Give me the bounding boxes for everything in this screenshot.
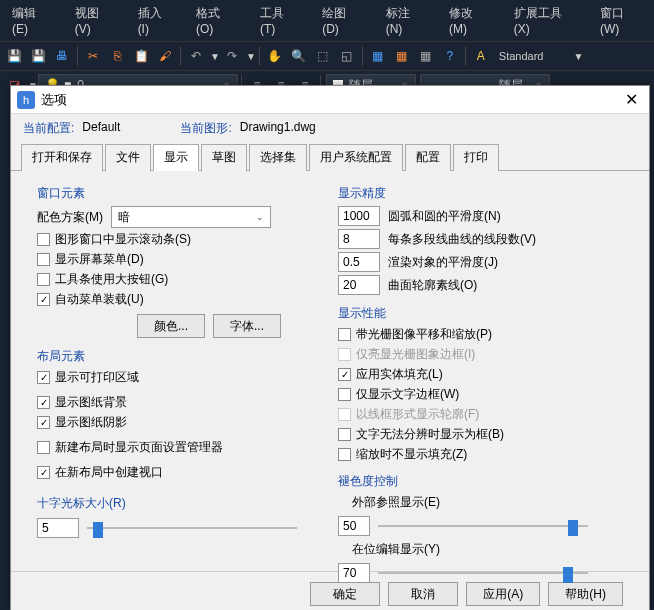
fonts-button[interactable]: 字体... <box>213 314 281 338</box>
undo-dropdown[interactable]: ▼ <box>210 51 220 62</box>
group-display-perf: 显示性能 <box>338 305 623 322</box>
cb-auto-menu[interactable] <box>37 293 50 306</box>
cb-paper-bg-label: 显示图纸背景 <box>55 394 127 411</box>
edit-input[interactable] <box>338 563 370 583</box>
apply-button[interactable]: 应用(A) <box>466 582 540 606</box>
cut-icon[interactable]: ✂ <box>82 45 104 67</box>
menu-insert[interactable]: 插入(I) <box>126 2 184 39</box>
tab-user[interactable]: 用户系统配置 <box>309 144 403 171</box>
cb-page-setup[interactable] <box>37 441 50 454</box>
polyline-seg-input[interactable] <box>338 229 380 249</box>
cb-raster-frame-label: 仅亮显光栅图象边框(I) <box>356 346 475 363</box>
menu-dim[interactable]: 标注(N) <box>374 2 437 39</box>
saveas-icon[interactable]: 💾 <box>27 45 49 67</box>
menubar: 编辑(E) 视图(V) 插入(I) 格式(O) 工具(T) 绘图(D) 标注(N… <box>0 0 654 41</box>
properties-icon[interactable]: ▦ <box>367 45 389 67</box>
cb-wireframe-label: 以线框形式显示轮廓(F) <box>356 406 479 423</box>
color-scheme-select[interactable]: 暗 ⌄ <box>111 206 271 228</box>
xref-input[interactable] <box>338 516 370 536</box>
color-scheme-label: 配色方案(M) <box>37 209 103 226</box>
menu-ext[interactable]: 扩展工具(X) <box>502 2 588 39</box>
menu-draw[interactable]: 绘图(D) <box>310 2 373 39</box>
tab-selection[interactable]: 选择集 <box>249 144 307 171</box>
color-scheme-value: 暗 <box>118 209 130 226</box>
cb-large-buttons[interactable] <box>37 273 50 286</box>
arc-smooth-input[interactable] <box>338 206 380 226</box>
render-smooth-input[interactable] <box>338 252 380 272</box>
menu-edit[interactable]: 编辑(E) <box>0 2 63 39</box>
paste-icon[interactable]: 📋 <box>130 45 152 67</box>
tab-plot[interactable]: 打印 <box>453 144 499 171</box>
help-icon[interactable]: ? <box>439 45 461 67</box>
options-dialog: h 选项 ✕ 当前配置: Default 当前图形: Drawing1.dwg … <box>10 85 650 610</box>
xref-label: 外部参照显示(E) <box>352 494 623 511</box>
group-layout-elements: 布局元素 <box>37 348 322 365</box>
edit-slider[interactable] <box>378 563 588 583</box>
drawing-label: 当前图形: <box>180 120 231 137</box>
cb-viewport[interactable] <box>37 466 50 479</box>
print-icon[interactable]: 🖶 <box>51 45 73 67</box>
redo-icon[interactable]: ↷ <box>221 45 243 67</box>
ok-button[interactable]: 确定 <box>310 582 380 606</box>
crosshair-slider[interactable] <box>87 518 297 538</box>
cb-paper-shadow[interactable] <box>37 416 50 429</box>
cb-screen-menu-label: 显示屏幕菜单(D) <box>55 251 144 268</box>
menu-window[interactable]: 窗口(W) <box>588 2 654 39</box>
zoom-icon[interactable]: 🔍 <box>288 45 310 67</box>
render-smooth-label: 渲染对象的平滑度(J) <box>388 254 498 271</box>
tab-profile[interactable]: 配置 <box>405 144 451 171</box>
dialog-icon: h <box>17 91 35 109</box>
menu-tools[interactable]: 工具(T) <box>248 2 310 39</box>
tab-open-save[interactable]: 打开和保存 <box>21 144 103 171</box>
textstyle-icon[interactable]: A <box>470 45 492 67</box>
surface-contour-label: 曲面轮廓素线(O) <box>388 277 477 294</box>
pan-icon[interactable]: ✋ <box>264 45 286 67</box>
tool-icon[interactable]: ▦ <box>415 45 437 67</box>
cb-text-frame[interactable] <box>338 388 351 401</box>
menu-modify[interactable]: 修改(M) <box>437 2 502 39</box>
drawing-value: Drawing1.dwg <box>240 120 316 137</box>
copy-icon[interactable]: ⎘ <box>106 45 128 67</box>
undo-icon[interactable]: ↶ <box>185 45 207 67</box>
profile-value: Default <box>82 120 120 137</box>
cb-text-box-label: 文字无法分辨时显示为框(B) <box>356 426 504 443</box>
match-icon[interactable]: 🖌 <box>154 45 176 67</box>
cb-solid-fill[interactable] <box>338 368 351 381</box>
cb-paper-shadow-label: 显示图纸阴影 <box>55 414 127 431</box>
left-col: 窗口元素 配色方案(M) 暗 ⌄ 图形窗口中显示滚动条(S) 显示屏幕菜单(D)… <box>29 179 330 563</box>
profile-label: 当前配置: <box>23 120 74 137</box>
close-icon[interactable]: ✕ <box>619 88 643 112</box>
cb-wireframe <box>338 408 351 421</box>
group-window-elements: 窗口元素 <box>37 185 322 202</box>
save-icon[interactable]: 💾 <box>3 45 25 67</box>
help-button[interactable]: 帮助(H) <box>548 582 623 606</box>
cb-screen-menu[interactable] <box>37 253 50 266</box>
xref-slider[interactable] <box>378 516 588 536</box>
cb-page-setup-label: 新建布局时显示页面设置管理器 <box>55 439 223 456</box>
cb-large-buttons-label: 工具条使用大按钮(G) <box>55 271 168 288</box>
cb-printable[interactable] <box>37 371 50 384</box>
tabs: 打开和保存 文件 显示 草图 选择集 用户系统配置 配置 打印 <box>11 143 649 171</box>
tab-files[interactable]: 文件 <box>105 144 151 171</box>
redo-dropdown[interactable]: ▼ <box>246 51 256 62</box>
surface-contour-input[interactable] <box>338 275 380 295</box>
cb-text-box[interactable] <box>338 428 351 441</box>
dialog-title: 选项 <box>41 91 619 109</box>
tab-display[interactable]: 显示 <box>153 144 199 171</box>
calc-icon[interactable]: ▦ <box>391 45 413 67</box>
cb-raster-pan[interactable] <box>338 328 351 341</box>
zoom-window-icon[interactable]: ⬚ <box>312 45 334 67</box>
zoom-prev-icon[interactable]: ◱ <box>336 45 358 67</box>
crosshair-input[interactable] <box>37 518 79 538</box>
cb-paper-bg[interactable] <box>37 396 50 409</box>
colors-button[interactable]: 颜色... <box>137 314 205 338</box>
textstyle-dropdown[interactable]: ▼ <box>573 51 583 62</box>
chevron-down-icon: ⌄ <box>256 212 264 222</box>
menu-format[interactable]: 格式(O) <box>184 2 248 39</box>
menu-view[interactable]: 视图(V) <box>63 2 126 39</box>
cb-zoom-fill[interactable] <box>338 448 351 461</box>
group-crosshair: 十字光标大小(R) <box>37 495 322 512</box>
cancel-button[interactable]: 取消 <box>388 582 458 606</box>
cb-scrollbars[interactable] <box>37 233 50 246</box>
tab-draft[interactable]: 草图 <box>201 144 247 171</box>
